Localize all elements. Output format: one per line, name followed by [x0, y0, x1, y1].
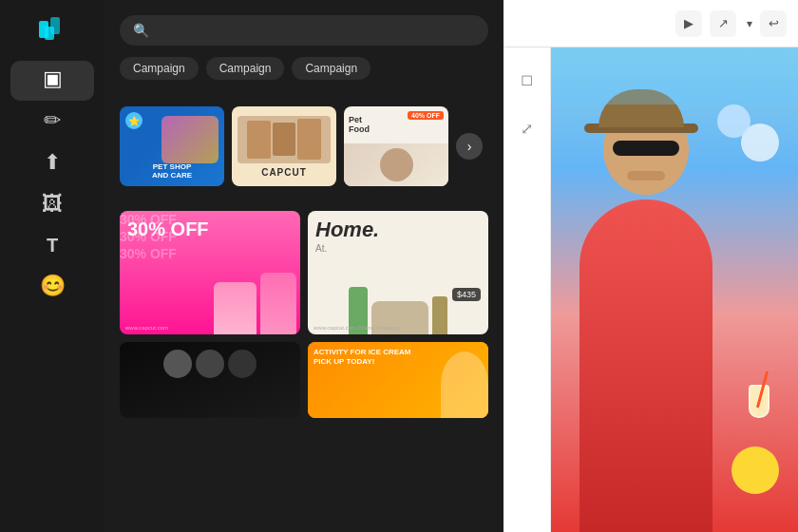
petshop-text: PET SHOPAND CARE — [152, 162, 192, 180]
svg-rect-2 — [45, 27, 54, 40]
woman-figure — [570, 76, 741, 532]
sale-card[interactable]: 30% OFF 30% OFF 30% OFF 30% OFF www.capc… — [120, 211, 300, 334]
image-icon: 🖼 — [42, 194, 63, 215]
app-logo — [35, 11, 69, 46]
thumb-petfood[interactable]: 40% OFF PetFood — [344, 106, 448, 186]
resize-icon: ⤢ — [521, 120, 533, 138]
capcut-text: CAPCUT — [261, 167, 307, 178]
template-icon: ▣ — [43, 68, 63, 89]
playback-button[interactable]: ▶ — [675, 10, 702, 37]
thumb-capcut[interactable]: CAPCUT — [232, 106, 336, 186]
template-panel: 🔍 Campaign Campaign Campaign ⭐ PET SHOPA… — [104, 0, 504, 532]
zoom-dropdown-icon: ▾ — [747, 17, 752, 30]
resize-tool-button[interactable]: ⤢ — [509, 108, 545, 150]
right-tools-panel: ◻ ⤢ — [504, 48, 551, 532]
campaign-tag-2[interactable]: Campaign — [206, 57, 285, 80]
search-bar: 🔍 — [120, 15, 488, 46]
home-subtitle: At. — [315, 243, 481, 254]
sale-percent-text: 30% OFF — [127, 218, 293, 239]
campaign-tag-3[interactable]: Campaign — [292, 57, 370, 80]
recently-used-row: ⭐ PET SHOPAND CARE CAPCUT — [120, 106, 488, 186]
campaign-tags-row: Campaign Campaign Campaign — [104, 57, 504, 91]
text-icon: T — [47, 236, 58, 255]
studio-card[interactable]: DESIGN STUDIOCREATIVE & ENTHUSIASM — [120, 342, 300, 418]
sidebar-item-text[interactable]: T — [10, 228, 94, 266]
pool-tiles — [551, 48, 798, 104]
canvas-image — [551, 48, 798, 532]
bottom-template-row: DESIGN STUDIOCREATIVE & ENTHUSIASM ACTIV… — [120, 342, 488, 418]
canvas-main — [551, 48, 798, 532]
recommend-grid: 30% OFF 30% OFF 30% OFF 30% OFF www.capc… — [120, 211, 488, 334]
petfood-title: PetFood — [349, 115, 370, 134]
design-icon: ✏ — [44, 110, 61, 131]
sticker-icon: 😊 — [40, 276, 66, 296]
undo-button[interactable]: ↩ — [760, 10, 787, 37]
petshop-star: ⭐ — [125, 112, 142, 129]
sidebar-item-template[interactable]: ▣ — [10, 61, 94, 101]
home-title: Home. — [315, 218, 481, 241]
upload-icon: ⬆ — [44, 152, 61, 173]
sidebar: ▣ ✏ ⬆ 🖼 T 😊 — [0, 0, 104, 532]
icecream-card[interactable]: ACTIVITY FOR ICE CREAMPICK UP TODAY! — [308, 342, 488, 418]
search-input[interactable] — [157, 23, 475, 38]
zoom-control[interactable]: ▾ — [744, 17, 752, 30]
sidebar-item-image[interactable]: 🖼 — [10, 186, 94, 226]
thumb-petshop[interactable]: ⭐ PET SHOPAND CARE — [120, 106, 224, 186]
campaign-tag-1[interactable]: Campaign — [120, 57, 199, 80]
share-button[interactable]: ↗ — [710, 10, 736, 37]
sidebar-item-upload[interactable]: ⬆ — [10, 144, 94, 184]
home-card[interactable]: Home. At. $435 www.capcut.com Online sho… — [308, 211, 488, 334]
background-icon: ◻ — [521, 70, 533, 88]
search-icon: 🔍 — [133, 23, 149, 38]
home-price: $435 — [452, 288, 481, 301]
bg-person-2 — [717, 104, 750, 138]
background-tool-button[interactable]: ◻ — [509, 59, 545, 101]
petfood-badge: 40% OFF — [408, 111, 444, 120]
panel-content: ⭐ PET SHOPAND CARE CAPCUT — [104, 91, 504, 532]
sidebar-item-sticker[interactable]: 😊 — [10, 268, 94, 308]
sidebar-item-design[interactable]: ✏ — [10, 103, 94, 142]
scroll-right-button[interactable]: › — [456, 133, 483, 160]
icecream-text: ACTIVITY FOR ICE CREAMPICK UP TODAY! — [314, 348, 483, 368]
